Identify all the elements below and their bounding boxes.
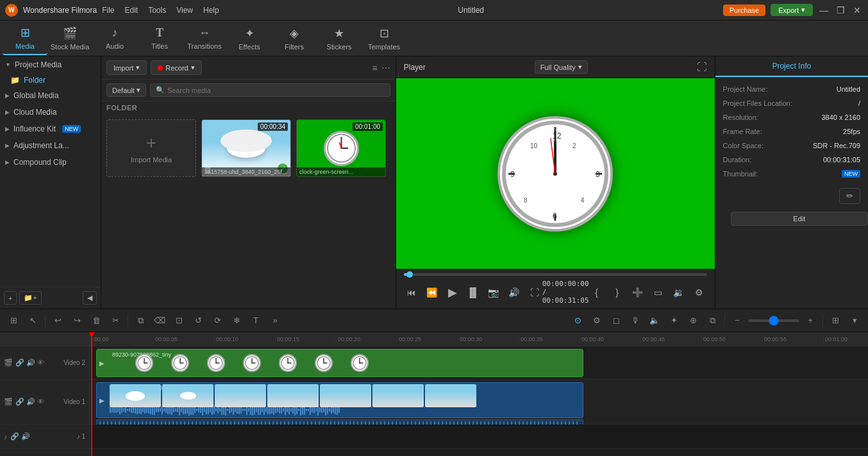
video2-clip[interactable]: ▶ 89230-907598862_tiny [96, 349, 583, 377]
play-button[interactable]: ▶ [445, 285, 460, 300]
fullscreen-button[interactable]: ⛶ [697, 62, 707, 73]
menu-help[interactable]: Help [203, 6, 219, 15]
ai-clip-button[interactable]: ✦ [665, 312, 682, 329]
color-adjust-button[interactable]: ⚙ [588, 312, 605, 329]
select-tool-button[interactable]: ↖ [24, 312, 41, 329]
audio1-link-icon[interactable]: 🔗 [10, 432, 19, 441]
edit-thumbnail-button[interactable]: ✏ [839, 188, 860, 204]
zoom-in-button[interactable]: + [802, 312, 819, 329]
sidebar-item-cloud-media[interactable]: ▶ Cloud Media [0, 104, 101, 121]
menu-tools[interactable]: Tools [148, 6, 166, 15]
loop-button[interactable]: ↺ [190, 312, 206, 329]
default-view-button[interactable]: Default ▾ [106, 83, 146, 97]
cinema-mode-button[interactable]: ▭ [651, 285, 666, 300]
mark-out-button[interactable]: } [610, 285, 625, 300]
toolbar-stock-media[interactable]: 🎬 Stock Media [47, 22, 92, 55]
sidebar-item-project-media[interactable]: ▼ Project Media [0, 56, 101, 73]
media-thumb-clock[interactable]: 00:01:00 clock-green-screen... [296, 119, 386, 177]
add-media-button[interactable]: + [4, 291, 17, 305]
toolbar-stickers[interactable]: ★ Stickers [317, 22, 362, 55]
minimize-button[interactable]: — [818, 4, 830, 16]
add-folder-button[interactable]: 📁+ [19, 291, 41, 305]
video2-link-icon[interactable]: 🔗 [15, 359, 24, 367]
quality-select[interactable]: Full Quality ▾ [535, 60, 588, 74]
progress-bar[interactable] [404, 273, 707, 276]
toolbar-templates[interactable]: ⊡ Templates [362, 22, 406, 55]
video1-eye-icon[interactable]: 👁 [37, 398, 44, 406]
edit-button[interactable]: Edit [731, 212, 868, 226]
filter-button[interactable]: ≡ [372, 63, 378, 73]
menu-view[interactable]: View [176, 6, 193, 15]
project-media-label: Project Media [15, 60, 62, 69]
clip-blend-button[interactable]: ◻ [608, 312, 624, 329]
copy-button[interactable]: ⧉ [132, 312, 149, 329]
zoom-slider[interactable] [748, 319, 799, 322]
media-thumb-cloud[interactable]: 00:00:34 ✓ 3515758-uhd_3840_2160_25fps 🖼 [201, 119, 291, 177]
track-type-button[interactable]: ⊙ [569, 312, 586, 329]
audio1-speaker-icon[interactable]: 🔊 [21, 432, 30, 441]
record-chevron: ▾ [191, 63, 195, 72]
sidebar-item-folder[interactable]: 📁 Folder [0, 73, 101, 87]
menu-edit[interactable]: Edit [125, 6, 138, 15]
video1-speaker-icon[interactable]: 🔊 [26, 398, 35, 406]
cut-button[interactable]: ✂ [107, 312, 124, 329]
collapse-panel-button[interactable]: ◀ [83, 291, 97, 305]
zoom-out-button[interactable]: − [729, 312, 746, 329]
purchase-button[interactable]: Purchase [723, 4, 765, 16]
grid-view-button[interactable]: ⊞ [827, 312, 844, 329]
tab-project-info[interactable]: Project Info [715, 56, 868, 77]
import-button[interactable]: Import ▾ [106, 60, 147, 75]
speed-button[interactable]: ⟳ [209, 312, 226, 329]
video2-eye-icon[interactable]: 👁 [37, 359, 44, 367]
toolbar-audio[interactable]: ♪ Audio [92, 22, 137, 55]
mic-button[interactable]: 🎙 [627, 312, 644, 329]
pause-button[interactable]: ▐▌ [465, 285, 481, 300]
more-options-button[interactable]: ⋯ [381, 63, 390, 73]
text-button[interactable]: T [247, 312, 264, 329]
crop-button[interactable]: ⊡ [171, 312, 187, 329]
snapshot-button[interactable]: 📷 [486, 285, 501, 300]
video1-link-icon[interactable]: 🔗 [15, 398, 24, 406]
delete-button[interactable]: 🗑 [88, 312, 104, 329]
volume-button[interactable]: 🔊 [506, 285, 522, 300]
record-button[interactable]: Record ▾ [151, 60, 201, 75]
search-input[interactable] [167, 87, 385, 94]
sidebar-item-adjustment-layer[interactable]: ▶ Adjustment La... [0, 137, 101, 154]
undo-button[interactable]: ↩ [49, 312, 66, 329]
timeline-ruler[interactable]: 00:00 00:00:05 00:00:10 00:00:15 00:00:2… [90, 332, 868, 346]
more-tl-button[interactable]: » [267, 312, 283, 329]
fullscreen-btn[interactable]: ⛶ [527, 285, 542, 300]
grid-chevron[interactable]: ▾ [846, 312, 863, 329]
toolbar-titles[interactable]: T Titles [137, 22, 182, 55]
redo-button[interactable]: ↪ [69, 312, 85, 329]
sidebar-item-compound-clip[interactable]: ▶ Compound Clip [0, 154, 101, 171]
audio-duck-button[interactable]: 🔈 [646, 312, 663, 329]
video1-clip[interactable]: ▶ 3515758-uhd_3840_2160_25fps [96, 382, 583, 418]
settings-button[interactable]: ⚙ [692, 285, 707, 300]
menu-file[interactable]: File [102, 6, 114, 15]
export-button[interactable]: Export ▾ [771, 4, 813, 16]
sidebar-item-global-media[interactable]: ▶ Global Media [0, 87, 101, 104]
toolbar-transitions[interactable]: ↔ Transitions [182, 22, 227, 55]
toolbar-media[interactable]: ⊞ Media [3, 22, 47, 55]
pip-button[interactable]: ⧉ [704, 312, 721, 329]
preview-header: Player Full Quality ▾ ⛶ [396, 56, 715, 78]
add-to-timeline-button[interactable]: ➕ [630, 285, 646, 300]
progress-handle[interactable] [406, 271, 413, 278]
toolbar-effects[interactable]: ✦ Effects [227, 22, 272, 55]
audio-track-button[interactable]: 🔉 [671, 285, 687, 300]
toolbar-filters[interactable]: ◈ Filters [272, 22, 317, 55]
split-view-button[interactable]: ⊞ [5, 312, 22, 329]
player-label: Player [404, 63, 426, 72]
go-start-button[interactable]: ⏮ [404, 285, 419, 300]
ripple-delete-button[interactable]: ⌫ [151, 312, 168, 329]
close-button[interactable]: ✕ [851, 4, 863, 16]
video2-speaker-icon[interactable]: 🔊 [26, 359, 35, 367]
freeze-button[interactable]: ❄ [228, 312, 245, 329]
step-back-button[interactable]: ⏪ [424, 285, 440, 300]
motion-track-button[interactable]: ⊕ [685, 312, 701, 329]
sidebar-item-influence-kit[interactable]: ▶ Influence Kit NEW [0, 121, 101, 137]
import-media-thumb[interactable]: + Import Media [106, 119, 196, 177]
mark-in-button[interactable]: { [589, 285, 605, 300]
maximize-button[interactable]: ❐ [835, 4, 846, 16]
